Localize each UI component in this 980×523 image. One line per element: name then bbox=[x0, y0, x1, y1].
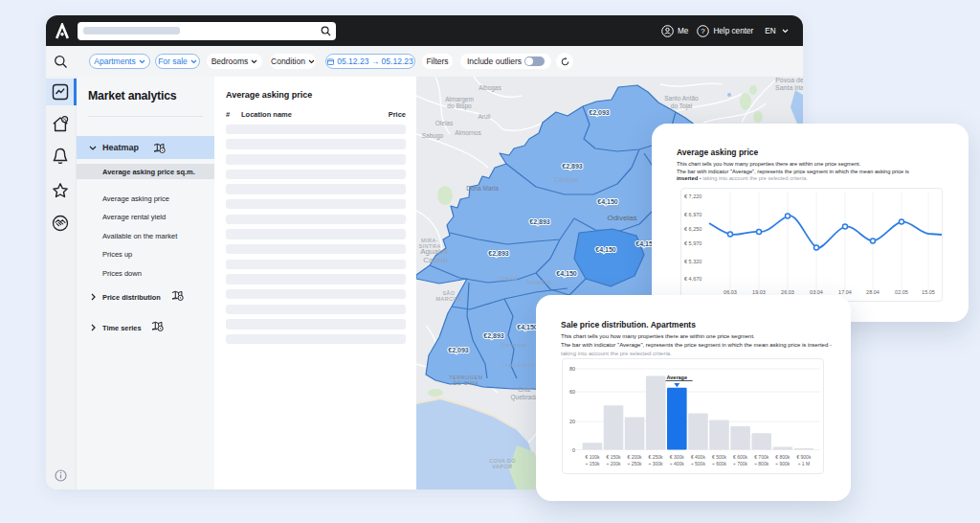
svg-text:€ 300k: € 300k bbox=[670, 454, 685, 460]
svg-text:26.03: 26.03 bbox=[781, 289, 794, 295]
svg-text:÷ 150k: ÷ 150k bbox=[586, 461, 600, 466]
svg-text:Albogas: Albogas bbox=[479, 84, 501, 92]
svg-text:?: ? bbox=[702, 27, 706, 35]
svg-text:÷ 600k: ÷ 600k bbox=[712, 461, 726, 466]
svg-text:€ 5,320: € 5,320 bbox=[684, 259, 702, 264]
svg-text:Póvoa de: Póvoa de bbox=[775, 77, 803, 83]
svg-text:Carnaxide: Carnaxide bbox=[501, 342, 527, 348]
svg-text:€ 400k: € 400k bbox=[691, 454, 706, 460]
svg-text:06.03: 06.03 bbox=[724, 289, 737, 295]
svg-text:Queluz: Queluz bbox=[499, 275, 519, 283]
svg-text:€ 800k: € 800k bbox=[775, 454, 791, 460]
svg-text:÷ 700k: ÷ 700k bbox=[733, 461, 747, 466]
svg-text:Quebrada: Quebrada bbox=[511, 394, 539, 401]
svg-text:€ 100k: € 100k bbox=[585, 454, 600, 460]
svg-text:÷ 300k: ÷ 300k bbox=[649, 461, 663, 466]
svg-text:Dona Maria: Dona Maria bbox=[466, 185, 499, 192]
svg-text:€4,150: €4,150 bbox=[556, 270, 577, 278]
svg-text:€ 500k: € 500k bbox=[712, 454, 727, 460]
svg-text:€2,893: €2,893 bbox=[562, 163, 583, 171]
svg-text:20: 20 bbox=[569, 419, 575, 424]
svg-text:€ 200k: € 200k bbox=[627, 454, 642, 460]
svg-text:28.04: 28.04 bbox=[866, 289, 880, 295]
svg-text:€2,893: €2,893 bbox=[529, 218, 550, 226]
svg-text:19.03: 19.03 bbox=[752, 289, 766, 295]
svg-text:0: 0 bbox=[572, 447, 575, 453]
svg-text:€2,093: €2,093 bbox=[448, 347, 469, 354]
svg-text:15.05: 15.05 bbox=[922, 289, 935, 295]
svg-text:€ 150k: € 150k bbox=[606, 454, 621, 460]
svg-text:03.04: 03.04 bbox=[810, 289, 823, 295]
svg-text:÷ 400k: ÷ 400k bbox=[670, 461, 684, 466]
svg-text:€4,150: €4,150 bbox=[597, 198, 618, 206]
svg-text:÷ 1 M: ÷ 1 M bbox=[798, 461, 810, 466]
svg-text:÷ 250k: ÷ 250k bbox=[628, 461, 642, 466]
svg-text:€ 600k: € 600k bbox=[733, 454, 748, 460]
svg-text:Olelas: Olelas bbox=[435, 120, 454, 126]
svg-text:MARCOS: MARCOS bbox=[435, 296, 461, 302]
svg-text:Average: Average bbox=[667, 375, 688, 380]
svg-text:€ 5,970: € 5,970 bbox=[684, 240, 702, 246]
svg-text:DE CIMA: DE CIMA bbox=[454, 380, 479, 386]
svg-text:€ 6,250: € 6,250 bbox=[684, 226, 702, 232]
svg-text:€2,893: €2,893 bbox=[488, 250, 509, 258]
svg-text:€ 7,220: € 7,220 bbox=[684, 193, 702, 199]
svg-text:Almornos: Almornos bbox=[455, 129, 481, 136]
svg-text:€ 250k: € 250k bbox=[648, 454, 663, 460]
svg-text:Aruil: Aruil bbox=[478, 113, 491, 120]
svg-text:Sabugo: Sabugo bbox=[422, 132, 444, 140]
svg-text:Santa Iria: Santa Iria bbox=[775, 84, 803, 91]
svg-text:do Bispo: do Bispo bbox=[447, 102, 472, 110]
svg-text:€2,093: €2,093 bbox=[589, 109, 610, 117]
svg-text:SINTRA: SINTRA bbox=[418, 243, 440, 249]
svg-text:Caneças: Caneças bbox=[554, 176, 579, 184]
svg-text:VAPOR: VAPOR bbox=[492, 464, 512, 469]
svg-text:€ 900k: € 900k bbox=[796, 454, 812, 460]
svg-text:Santo Antão: Santo Antão bbox=[664, 95, 699, 102]
svg-text:÷ 900k: ÷ 900k bbox=[775, 461, 790, 466]
svg-text:RAMADA: RAMADA bbox=[600, 206, 621, 211]
svg-text:02.05: 02.05 bbox=[895, 289, 908, 295]
svg-text:€ 6,970: € 6,970 bbox=[684, 212, 702, 217]
svg-text:60: 60 bbox=[569, 389, 575, 395]
svg-text:€ 700k: € 700k bbox=[754, 454, 769, 460]
svg-text:do Tojal: do Tojal bbox=[671, 102, 693, 110]
svg-text:Linda-a-Velha: Linda-a-Velha bbox=[502, 362, 536, 368]
svg-text:Cacém: Cacém bbox=[423, 256, 448, 264]
svg-text:Odivelas: Odivelas bbox=[607, 214, 636, 222]
svg-text:80: 80 bbox=[569, 366, 575, 372]
svg-text:÷ 800k: ÷ 800k bbox=[754, 461, 768, 466]
svg-text:÷ 200k: ÷ 200k bbox=[607, 461, 621, 466]
svg-text:17.04: 17.04 bbox=[838, 289, 852, 295]
svg-text:€4,150: €4,150 bbox=[595, 246, 616, 254]
svg-text:Amadora: Amadora bbox=[526, 279, 552, 285]
svg-text:€ 4,670: € 4,670 bbox=[684, 276, 702, 282]
svg-text:€4,150: €4,150 bbox=[517, 324, 538, 331]
svg-text:Cruz: Cruz bbox=[518, 386, 531, 393]
svg-text:÷ 500k: ÷ 500k bbox=[691, 461, 705, 466]
svg-text:€2,893: €2,893 bbox=[483, 332, 504, 340]
